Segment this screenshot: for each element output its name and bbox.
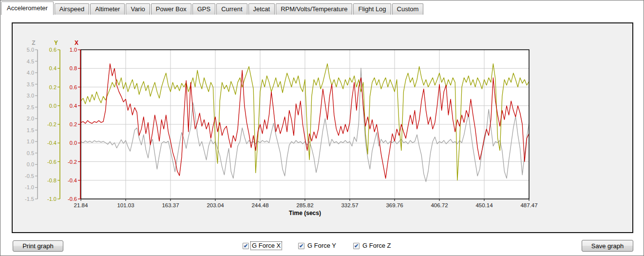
tab-jetcat[interactable]: Jetcat bbox=[248, 3, 275, 15]
svg-text:369.76: 369.76 bbox=[386, 202, 403, 208]
tab-flight-log[interactable]: Flight Log bbox=[353, 3, 391, 15]
checkmark-icon[interactable]: ✔ bbox=[353, 243, 360, 249]
svg-text:244.48: 244.48 bbox=[251, 202, 268, 208]
svg-text:0.5: 0.5 bbox=[27, 150, 34, 156]
tab-airspeed[interactable]: Airspeed bbox=[55, 3, 89, 15]
svg-text:4.0: 4.0 bbox=[27, 70, 34, 76]
svg-text:Z: Z bbox=[32, 39, 35, 46]
svg-text:-0.2: -0.2 bbox=[68, 159, 77, 165]
svg-text:3.0: 3.0 bbox=[27, 93, 34, 98]
checkbox-g-force-x[interactable]: ✔G Force X bbox=[243, 242, 282, 250]
x-axis-title: Time (secs) bbox=[289, 210, 321, 217]
save-graph-button[interactable]: Save graph bbox=[582, 240, 633, 252]
svg-text:-0.4: -0.4 bbox=[47, 140, 57, 146]
svg-text:0.6: 0.6 bbox=[49, 47, 57, 53]
checkbox-label: G Force X bbox=[251, 242, 282, 250]
svg-text:163.37: 163.37 bbox=[162, 202, 179, 208]
svg-text:0.2: 0.2 bbox=[49, 84, 57, 90]
svg-text:Y: Y bbox=[54, 39, 58, 46]
svg-text:0.2: 0.2 bbox=[70, 121, 77, 127]
svg-text:1.0: 1.0 bbox=[27, 138, 34, 144]
svg-text:5.0: 5.0 bbox=[27, 47, 34, 53]
svg-text:101.03: 101.03 bbox=[117, 202, 134, 208]
svg-text:0.4: 0.4 bbox=[49, 65, 57, 71]
chart-panel: Z5.04.54.03.53.02.52.01.51.00.50.0-0.5-1… bbox=[12, 22, 633, 233]
svg-text:203.04: 203.04 bbox=[207, 202, 224, 208]
svg-text:-0.4: -0.4 bbox=[68, 177, 77, 183]
tab-gps[interactable]: GPS bbox=[192, 3, 215, 15]
svg-text:2.5: 2.5 bbox=[27, 104, 34, 110]
svg-text:285.82: 285.82 bbox=[296, 202, 313, 208]
svg-text:-1.5: -1.5 bbox=[25, 196, 34, 202]
svg-text:-0.6: -0.6 bbox=[47, 159, 57, 165]
svg-text:332.57: 332.57 bbox=[341, 202, 358, 208]
svg-text:4.5: 4.5 bbox=[27, 59, 34, 64]
svg-text:-0.2: -0.2 bbox=[47, 121, 57, 127]
checkbox-g-force-z[interactable]: ✔G Force Z bbox=[353, 242, 392, 250]
tab-accelerometer[interactable]: Accelerometer bbox=[1, 1, 54, 15]
svg-text:-0.6: -0.6 bbox=[68, 196, 77, 202]
tab-vario[interactable]: Vario bbox=[126, 3, 150, 15]
svg-text:0.0: 0.0 bbox=[70, 140, 77, 146]
svg-text:-1.0: -1.0 bbox=[47, 196, 57, 202]
tab-altimeter[interactable]: Altimeter bbox=[90, 3, 125, 15]
svg-text:1.0: 1.0 bbox=[70, 47, 77, 53]
tab-power-box[interactable]: Power Box bbox=[151, 3, 191, 15]
svg-text:487.47: 487.47 bbox=[520, 202, 537, 208]
svg-text:-1.0: -1.0 bbox=[25, 184, 34, 190]
svg-text:0.0: 0.0 bbox=[49, 103, 57, 109]
tab-bar: AccelerometerAirspeedAltimeterVarioPower… bbox=[1, 1, 643, 15]
svg-text:0.6: 0.6 bbox=[70, 84, 77, 90]
checkbox-g-force-y[interactable]: ✔G Force Y bbox=[298, 242, 337, 250]
tab-custom[interactable]: Custom bbox=[392, 3, 424, 15]
checkmark-icon[interactable]: ✔ bbox=[243, 243, 249, 249]
svg-text:X: X bbox=[75, 39, 78, 46]
print-graph-button[interactable]: Print graph bbox=[13, 240, 63, 252]
svg-text:0.8: 0.8 bbox=[70, 65, 77, 71]
svg-text:-0.5: -0.5 bbox=[25, 173, 34, 179]
svg-text:0.4: 0.4 bbox=[70, 103, 77, 109]
tab-current[interactable]: Current bbox=[216, 3, 247, 15]
svg-text:406.72: 406.72 bbox=[431, 202, 448, 208]
svg-text:450.14: 450.14 bbox=[475, 202, 493, 208]
checkbox-label: G Force Z bbox=[361, 242, 392, 250]
svg-text:2.0: 2.0 bbox=[27, 116, 34, 121]
svg-text:21.84: 21.84 bbox=[74, 202, 88, 208]
checkmark-icon[interactable]: ✔ bbox=[298, 243, 304, 249]
app-window: AccelerometerAirspeedAltimeterVarioPower… bbox=[0, 0, 644, 256]
svg-text:0.0: 0.0 bbox=[27, 161, 34, 167]
tab-rpm-volts-temperature[interactable]: RPM/Volts/Temperature bbox=[276, 3, 352, 15]
svg-text:3.5: 3.5 bbox=[27, 81, 34, 87]
svg-text:1.5: 1.5 bbox=[27, 127, 34, 133]
svg-text:-0.8: -0.8 bbox=[47, 177, 57, 183]
accelerometer-chart: Z5.04.54.03.53.02.52.01.51.00.50.0-0.5-1… bbox=[13, 23, 632, 232]
checkbox-label: G Force Y bbox=[306, 242, 337, 250]
